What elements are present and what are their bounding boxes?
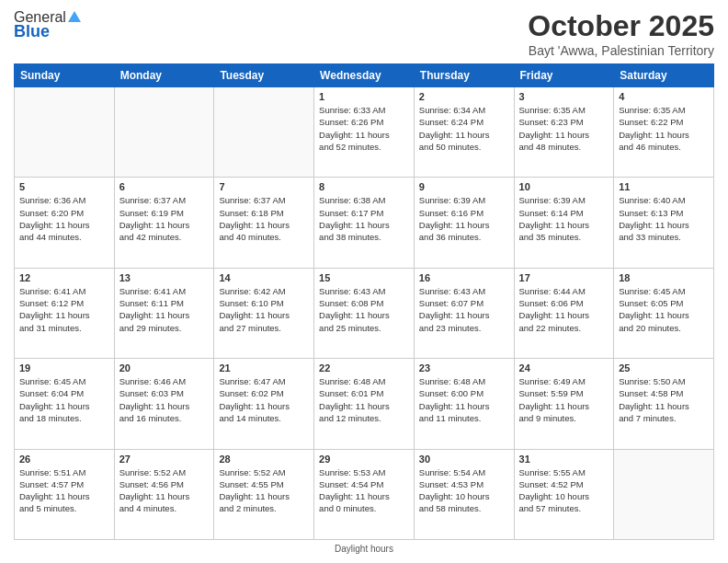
table-row <box>15 87 115 178</box>
day-info: Sunrise: 6:34 AM Sunset: 6:24 PM Dayligh… <box>419 104 509 153</box>
day-number: 17 <box>519 272 609 283</box>
col-saturday: Saturday <box>614 64 714 87</box>
col-friday: Friday <box>514 64 614 87</box>
table-row: 15Sunrise: 6:43 AM Sunset: 6:08 PM Dayli… <box>314 268 415 358</box>
table-row: 25Sunrise: 5:50 AM Sunset: 4:58 PM Dayli… <box>614 359 714 449</box>
day-number: 31 <box>519 454 609 465</box>
day-info: Sunrise: 6:45 AM Sunset: 6:04 PM Dayligh… <box>19 375 109 424</box>
day-number: 2 <box>419 91 509 102</box>
table-row: 22Sunrise: 6:48 AM Sunset: 6:01 PM Dayli… <box>314 359 415 449</box>
table-row <box>114 87 214 178</box>
calendar-title: October 2025 <box>528 9 714 43</box>
title-area: October 2025 Bayt 'Awwa, Palestinian Ter… <box>528 9 714 58</box>
calendar-header-row: Sunday Monday Tuesday Wednesday Thursday… <box>15 64 714 87</box>
col-monday: Monday <box>114 64 214 87</box>
day-number: 13 <box>119 272 210 283</box>
day-info: Sunrise: 6:36 AM Sunset: 6:20 PM Dayligh… <box>19 194 109 243</box>
day-info: Sunrise: 6:35 AM Sunset: 6:22 PM Dayligh… <box>619 104 709 153</box>
table-row: 11Sunrise: 6:40 AM Sunset: 6:13 PM Dayli… <box>614 178 714 268</box>
day-number: 18 <box>619 272 709 283</box>
day-info: Sunrise: 6:42 AM Sunset: 6:10 PM Dayligh… <box>219 285 309 334</box>
day-info: Sunrise: 6:38 AM Sunset: 6:17 PM Dayligh… <box>319 194 409 243</box>
day-info: Sunrise: 5:53 AM Sunset: 4:54 PM Dayligh… <box>319 466 409 515</box>
table-row: 19Sunrise: 6:45 AM Sunset: 6:04 PM Dayli… <box>15 359 115 449</box>
col-sunday: Sunday <box>15 64 115 87</box>
table-row: 30Sunrise: 5:54 AM Sunset: 4:53 PM Dayli… <box>414 449 514 539</box>
day-info: Sunrise: 6:41 AM Sunset: 6:12 PM Dayligh… <box>19 285 109 334</box>
day-number: 14 <box>219 272 309 283</box>
day-number: 20 <box>119 362 210 373</box>
table-row: 31Sunrise: 5:55 AM Sunset: 4:52 PM Dayli… <box>514 449 614 539</box>
table-row: 20Sunrise: 6:46 AM Sunset: 6:03 PM Dayli… <box>114 359 214 449</box>
col-tuesday: Tuesday <box>214 64 314 87</box>
day-number: 4 <box>619 91 709 102</box>
table-row: 28Sunrise: 5:52 AM Sunset: 4:55 PM Dayli… <box>214 449 314 539</box>
day-number: 16 <box>419 272 509 283</box>
day-info: Sunrise: 6:47 AM Sunset: 6:02 PM Dayligh… <box>219 375 309 424</box>
day-info: Sunrise: 6:39 AM Sunset: 6:16 PM Dayligh… <box>419 194 509 243</box>
table-row: 16Sunrise: 6:43 AM Sunset: 6:07 PM Dayli… <box>414 268 514 358</box>
table-row: 2Sunrise: 6:34 AM Sunset: 6:24 PM Daylig… <box>414 87 514 178</box>
table-row: 6Sunrise: 6:37 AM Sunset: 6:19 PM Daylig… <box>114 178 214 268</box>
day-info: Sunrise: 6:35 AM Sunset: 6:23 PM Dayligh… <box>519 104 609 153</box>
day-info: Sunrise: 6:40 AM Sunset: 6:13 PM Dayligh… <box>619 194 709 243</box>
day-number: 8 <box>319 181 409 192</box>
day-info: Sunrise: 5:50 AM Sunset: 4:58 PM Dayligh… <box>619 375 709 424</box>
day-info: Sunrise: 5:55 AM Sunset: 4:52 PM Dayligh… <box>519 466 609 515</box>
calendar-subtitle: Bayt 'Awwa, Palestinian Territory <box>528 43 714 58</box>
table-row: 21Sunrise: 6:47 AM Sunset: 6:02 PM Dayli… <box>214 359 314 449</box>
day-number: 1 <box>319 91 409 102</box>
day-number: 19 <box>19 362 109 373</box>
table-row: 14Sunrise: 6:42 AM Sunset: 6:10 PM Dayli… <box>214 268 314 358</box>
day-number: 22 <box>319 362 409 373</box>
day-info: Sunrise: 6:48 AM Sunset: 6:00 PM Dayligh… <box>419 375 509 424</box>
day-number: 10 <box>519 181 609 192</box>
table-row: 12Sunrise: 6:41 AM Sunset: 6:12 PM Dayli… <box>15 268 115 358</box>
day-number: 30 <box>419 454 509 465</box>
day-info: Sunrise: 5:51 AM Sunset: 4:57 PM Dayligh… <box>19 466 109 515</box>
table-row: 27Sunrise: 5:52 AM Sunset: 4:56 PM Dayli… <box>114 449 214 539</box>
calendar-week-row: 5Sunrise: 6:36 AM Sunset: 6:20 PM Daylig… <box>15 178 714 268</box>
calendar-table: Sunday Monday Tuesday Wednesday Thursday… <box>14 63 714 540</box>
day-info: Sunrise: 6:33 AM Sunset: 6:26 PM Dayligh… <box>319 104 409 153</box>
day-info: Sunrise: 6:43 AM Sunset: 6:07 PM Dayligh… <box>419 285 509 334</box>
day-number: 11 <box>619 181 709 192</box>
day-info: Sunrise: 6:48 AM Sunset: 6:01 PM Dayligh… <box>319 375 409 424</box>
footer-note: Daylight hours <box>14 544 714 554</box>
header: General Blue October 2025 Bayt 'Awwa, Pa… <box>14 9 714 58</box>
day-info: Sunrise: 6:46 AM Sunset: 6:03 PM Dayligh… <box>119 375 210 424</box>
table-row: 3Sunrise: 6:35 AM Sunset: 6:23 PM Daylig… <box>514 87 614 178</box>
table-row <box>214 87 314 178</box>
calendar-week-row: 19Sunrise: 6:45 AM Sunset: 6:04 PM Dayli… <box>15 359 714 449</box>
table-row: 23Sunrise: 6:48 AM Sunset: 6:00 PM Dayli… <box>414 359 514 449</box>
table-row <box>614 449 714 539</box>
table-row: 13Sunrise: 6:41 AM Sunset: 6:11 PM Dayli… <box>114 268 214 358</box>
logo-blue-text: Blue <box>14 22 50 41</box>
table-row: 5Sunrise: 6:36 AM Sunset: 6:20 PM Daylig… <box>15 178 115 268</box>
table-row: 8Sunrise: 6:38 AM Sunset: 6:17 PM Daylig… <box>314 178 415 268</box>
day-number: 24 <box>519 362 609 373</box>
day-number: 6 <box>119 181 210 192</box>
day-info: Sunrise: 6:37 AM Sunset: 6:18 PM Dayligh… <box>219 194 309 243</box>
calendar-week-row: 1Sunrise: 6:33 AM Sunset: 6:26 PM Daylig… <box>15 87 714 178</box>
day-info: Sunrise: 6:43 AM Sunset: 6:08 PM Dayligh… <box>319 285 409 334</box>
day-info: Sunrise: 6:39 AM Sunset: 6:14 PM Dayligh… <box>519 194 609 243</box>
table-row: 26Sunrise: 5:51 AM Sunset: 4:57 PM Dayli… <box>15 449 115 539</box>
day-number: 26 <box>19 454 109 465</box>
day-info: Sunrise: 5:52 AM Sunset: 4:56 PM Dayligh… <box>119 466 210 515</box>
table-row: 7Sunrise: 6:37 AM Sunset: 6:18 PM Daylig… <box>214 178 314 268</box>
day-number: 9 <box>419 181 509 192</box>
day-number: 21 <box>219 362 309 373</box>
table-row: 18Sunrise: 6:45 AM Sunset: 6:05 PM Dayli… <box>614 268 714 358</box>
col-wednesday: Wednesday <box>314 64 415 87</box>
day-info: Sunrise: 6:37 AM Sunset: 6:19 PM Dayligh… <box>119 194 210 243</box>
logo-triangle-icon <box>68 11 81 22</box>
day-number: 15 <box>319 272 409 283</box>
day-number: 3 <box>519 91 609 102</box>
calendar-week-row: 12Sunrise: 6:41 AM Sunset: 6:12 PM Dayli… <box>15 268 714 358</box>
day-info: Sunrise: 6:41 AM Sunset: 6:11 PM Dayligh… <box>119 285 210 334</box>
table-row: 4Sunrise: 6:35 AM Sunset: 6:22 PM Daylig… <box>614 87 714 178</box>
day-number: 7 <box>219 181 309 192</box>
day-info: Sunrise: 6:45 AM Sunset: 6:05 PM Dayligh… <box>619 285 709 334</box>
day-number: 23 <box>419 362 509 373</box>
